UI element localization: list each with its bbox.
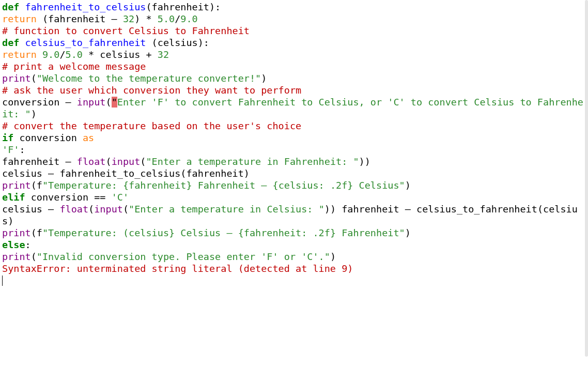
line-16: elif conversion == 'C'	[2, 192, 129, 203]
vertical-scrollbar[interactable]	[585, 0, 588, 367]
builtin-print: print	[2, 180, 31, 191]
code-text: :	[19, 144, 25, 155]
keyword-return: return	[2, 13, 37, 24]
string-literal: "Temperature: (celsius} Celsius – {fahre…	[42, 227, 342, 238]
keyword-def: def	[2, 37, 19, 48]
code-editor[interactable]: def fahrenheit_to_celsius(fahrenheit): r…	[0, 0, 588, 287]
line-12: 'F':	[2, 144, 25, 155]
code-text: fahrenheit –	[2, 156, 77, 167]
builtin-input: input	[112, 156, 141, 167]
code-text: (	[106, 156, 112, 167]
function-name: celsius_to_fahrenheit	[25, 37, 146, 48]
error-highlight: "	[112, 97, 117, 108]
keyword-else: else	[2, 239, 25, 250]
code-text: /	[175, 13, 180, 24]
string-literal: "Enter a temperature in Fahrenheit:	[146, 156, 353, 167]
string-literal: "Invalid conversion type. Please enter '…	[37, 251, 330, 262]
builtin-float: float	[77, 156, 106, 167]
string-literal: "Enter a temperature in Celsius: "	[129, 204, 324, 215]
code-text: conversion –	[2, 97, 77, 108]
code-text: )	[405, 227, 411, 238]
line-13: fahrenheit – float(input("Enter a temper…	[2, 156, 370, 167]
code-text: )	[330, 251, 336, 262]
string-literal: "Welcome to the temperature converter!"	[37, 73, 261, 84]
line-17: celsius – float(input("Enter a temperatu…	[2, 204, 578, 226]
builtin-print: print	[2, 73, 31, 84]
keyword-if: if	[2, 132, 13, 143]
string-literal: 'F'	[2, 144, 19, 155]
number-literal: 9.0	[180, 13, 197, 24]
code-text: )	[405, 180, 411, 191]
string-literal: Enter 'F' to convert Fahrenheit to Celsi…	[117, 97, 388, 108]
keyword-as: as	[83, 132, 94, 143]
code-text: (f	[31, 227, 42, 238]
text-cursor	[2, 276, 3, 286]
line-1: def fahrenheit_to_celsius(fahrenheit):	[2, 2, 221, 12]
code-text: (	[31, 73, 37, 84]
line-11: if conversion as	[2, 132, 94, 143]
builtin-print: print	[2, 227, 31, 238]
code-text: (	[140, 156, 146, 167]
code-text	[37, 49, 42, 60]
line-20: print("Invalid conversion type. Please e…	[2, 251, 336, 262]
string-literal: Fahrenheit"	[342, 227, 405, 238]
code-text: )	[261, 73, 267, 84]
line-18: print(f"Temperature: (celsius} Celsius –…	[2, 227, 411, 238]
code-text: (	[88, 204, 94, 215]
line-15: print(f"Temperature: {fahrenheit} Fahren…	[2, 180, 411, 191]
code-text: * celsius +	[83, 49, 158, 60]
keyword-return: return	[2, 49, 37, 60]
comment-line: # convert the temperature based on the u…	[2, 120, 301, 131]
code-text: conversion ==	[25, 192, 112, 203]
code-text: /	[59, 49, 65, 60]
code-text: (fahrenheit –	[37, 13, 123, 24]
code-text: (f	[31, 180, 42, 191]
code-text: celsius –	[2, 204, 59, 215]
code-text: (	[106, 97, 112, 108]
line-7: print("Welcome to the temperature conver…	[2, 73, 267, 84]
code-text: (celsius):	[146, 37, 209, 48]
builtin-input: input	[94, 204, 123, 215]
string-literal: Celsius"	[359, 180, 405, 191]
comment-line: # ask the user which conversion they wan…	[2, 85, 301, 96]
line-5: return 9.0/5.0 * celsius + 32	[2, 49, 169, 60]
code-text: (fahrenheit):	[146, 2, 221, 12]
keyword-elif: elif	[2, 192, 25, 203]
number-literal: 32	[123, 13, 134, 24]
string-literal: 'C'	[112, 192, 129, 203]
line-2: return (fahrenheit – 32) * 5.0/9.0	[2, 13, 198, 24]
number-literal: 5.0	[158, 13, 175, 24]
builtin-print: print	[2, 251, 31, 262]
keyword-def: def	[2, 2, 19, 12]
line-19: else:	[2, 239, 31, 250]
comment-line: # print a welcome message	[2, 61, 146, 72]
code-text: conversion	[13, 132, 83, 143]
string-literal: "Temperature: {fahrenheit} Fahrenheit – …	[42, 180, 359, 191]
scrollbar-thumb[interactable]	[585, 0, 588, 357]
line-14: celsius – fahrenheit_to_celsius(fahrenhe…	[2, 168, 250, 179]
string-literal: "	[353, 156, 359, 167]
code-text: ) *	[134, 13, 158, 24]
code-text: (	[123, 204, 129, 215]
number-literal: 32	[158, 49, 169, 60]
comment-line: # function to convert Celsius to Fahrenh…	[2, 25, 250, 36]
error-message: SyntaxError: unterminated string literal…	[2, 263, 353, 274]
line-4: def celsius_to_fahrenheit (celsius):	[2, 37, 209, 48]
line-9: conversion – input("Enter 'F' to convert…	[2, 97, 583, 119]
number-literal: 9.0	[42, 49, 59, 60]
code-text: :	[25, 239, 31, 250]
code-text: (	[31, 251, 37, 262]
builtin-input: input	[77, 97, 106, 108]
code-text: ))	[359, 156, 370, 167]
builtin-float: float	[59, 204, 88, 215]
number-literal: 5.0	[66, 49, 83, 60]
function-name: fahrenheit_to_celsius	[25, 2, 146, 12]
code-text: )	[31, 109, 37, 119]
